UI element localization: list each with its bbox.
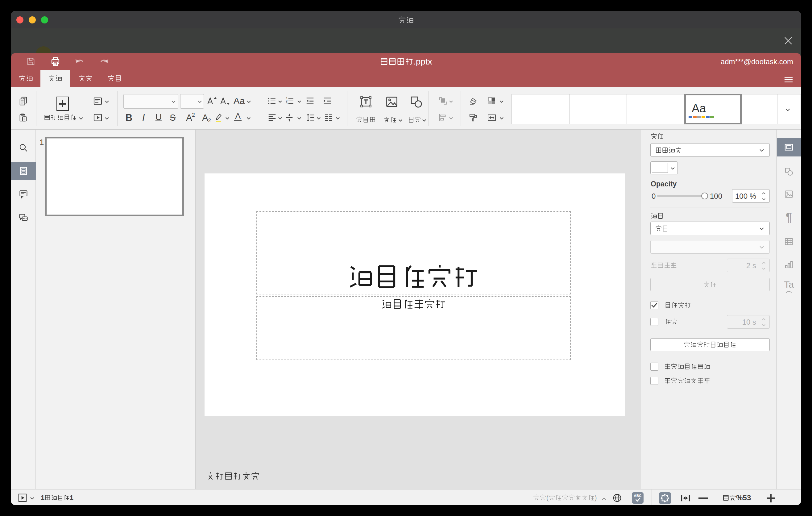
svg-text:ABC: ABC xyxy=(634,493,642,497)
svg-text:3: 3 xyxy=(286,102,288,105)
